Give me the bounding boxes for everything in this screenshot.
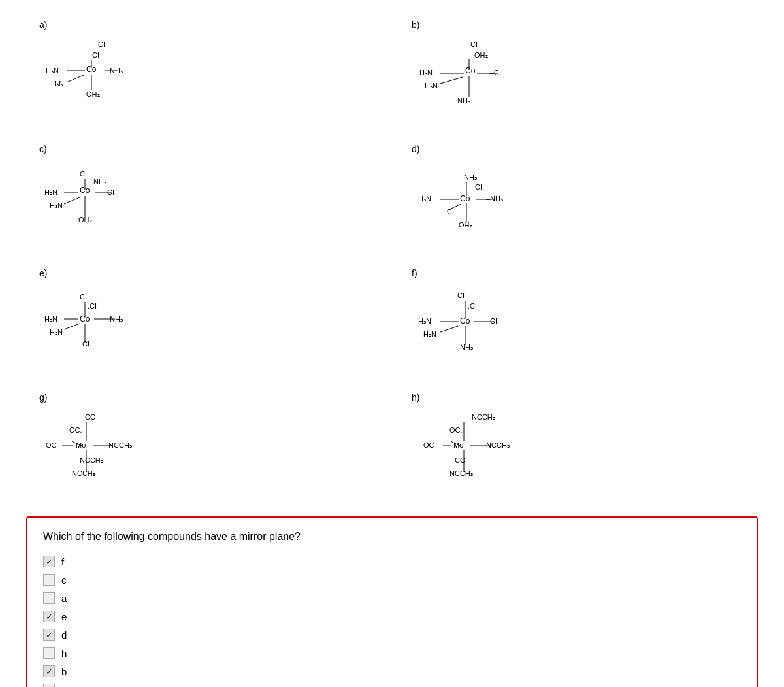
option-label-f: f xyxy=(61,556,64,567)
svg-text:H₃N: H₃N xyxy=(423,330,436,338)
svg-text:–CI: –CI xyxy=(486,317,497,325)
svg-text:OH₂: OH₂ xyxy=(474,51,488,59)
svg-line-35 xyxy=(64,197,80,204)
svg-text:–CI: –CI xyxy=(490,69,501,76)
compound-c: c) Co CI .NH₃ H₃N –CI H₃N OH₂ xyxy=(26,137,385,242)
compound-a-diagram: Co CI .CI H₃N NH₃ H₃N OH₂ xyxy=(39,33,144,105)
checkbox-e[interactable]: ✓ xyxy=(43,611,55,622)
svg-text:OC: OC xyxy=(423,441,434,449)
compound-g-label: g) xyxy=(39,392,47,403)
svg-text:OH₂: OH₂ xyxy=(86,90,100,98)
svg-text:H₃N: H₃N xyxy=(46,67,59,75)
checkbox-c[interactable] xyxy=(43,574,55,586)
svg-text:NCCH₃: NCCH₃ xyxy=(80,456,103,464)
compound-f: f) CI | .CI H₃N Co –CI H₃N NH₃ xyxy=(399,261,758,366)
option-item-c[interactable]: c xyxy=(43,574,741,586)
checkbox-d[interactable]: ✓ xyxy=(43,629,55,641)
option-item-h[interactable]: h xyxy=(43,647,741,659)
compound-d-diagram: NH₃ | .CI H₃N Co –NH₃ CI OH₂ xyxy=(412,157,529,235)
svg-text:–NH₃: –NH₃ xyxy=(486,195,503,203)
svg-text:| .CI: | .CI xyxy=(464,302,477,310)
compound-d: d) NH₃ | .CI H₃N Co –NH₃ CI OH₂ xyxy=(399,137,758,242)
option-label-d: d xyxy=(61,629,67,641)
svg-text:–CI: –CI xyxy=(103,188,114,196)
checkbox-b[interactable]: ✓ xyxy=(43,665,55,677)
svg-text:H₃N: H₃N xyxy=(51,80,64,88)
option-item-g[interactable]: g xyxy=(43,684,741,687)
svg-text:H₃N: H₃N xyxy=(50,328,63,336)
svg-line-71 xyxy=(440,326,460,332)
option-label-b: b xyxy=(61,666,67,677)
svg-line-11 xyxy=(67,75,84,82)
option-item-e[interactable]: ✓e xyxy=(43,611,741,622)
svg-text:CI: CI xyxy=(457,292,465,299)
compound-c-label: c) xyxy=(39,144,47,154)
option-label-h: h xyxy=(61,648,67,659)
compound-e: e) CI .CI H₃N Co –NH₃ H₃N CI xyxy=(26,261,385,366)
question-text: Which of the following compounds have a … xyxy=(43,531,741,543)
checkbox-h[interactable] xyxy=(43,647,55,659)
svg-line-47 xyxy=(447,204,461,210)
svg-text:.NH₃: .NH₃ xyxy=(91,178,106,186)
svg-text:OC.: OC. xyxy=(449,426,463,434)
svg-text:NCCH₃: NCCH₃ xyxy=(472,413,495,421)
option-item-f[interactable]: ✓f xyxy=(43,556,741,567)
svg-text:H₃N: H₃N xyxy=(50,201,63,209)
compound-f-label: f) xyxy=(412,268,417,278)
question-box: Which of the following compounds have a … xyxy=(26,516,758,687)
checkbox-g[interactable] xyxy=(43,684,55,687)
svg-text:OC: OC xyxy=(46,441,57,449)
svg-text:NH₃: NH₃ xyxy=(457,97,470,105)
svg-text:.CI: .CI xyxy=(90,51,99,59)
option-label-e: e xyxy=(61,611,67,622)
svg-text:NH₃: NH₃ xyxy=(464,173,477,181)
compound-a-label: a) xyxy=(39,20,47,30)
svg-text:OH₂: OH₂ xyxy=(459,221,472,229)
svg-line-59 xyxy=(64,324,80,329)
option-label-g: g xyxy=(61,684,67,688)
svg-text:NH₃: NH₃ xyxy=(460,343,473,351)
option-item-d[interactable]: ✓d xyxy=(43,629,741,641)
checkbox-f[interactable]: ✓ xyxy=(43,556,55,567)
svg-text:–NCCH₃: –NCCH₃ xyxy=(482,441,510,449)
svg-line-23 xyxy=(440,77,463,84)
svg-text:| .CI: | .CI xyxy=(469,183,482,191)
svg-text:CI: CI xyxy=(82,340,90,348)
compound-h-diagram: NCCH₃ OC. OC –Mo –NCCH₃ CO NCCH₃ xyxy=(412,405,542,490)
svg-text:CO: CO xyxy=(85,413,96,421)
compound-g-diagram: CO OC. OC –Mo –NCCH₃ NCCH₃ NCCH₃ xyxy=(39,405,170,490)
svg-text:–Mo: –Mo xyxy=(449,441,463,449)
svg-text:–NCCH₃: –NCCH₃ xyxy=(105,441,132,449)
compound-a: a) Co CI .CI H₃N NH₃ H₃N OH₂ xyxy=(26,13,385,118)
compound-e-label: e) xyxy=(39,268,47,278)
compound-g: g) CO OC. OC –Mo –NCCH₃ NCCH₃ NCCH₃ xyxy=(26,386,385,497)
compound-h-label: h) xyxy=(412,392,419,403)
svg-text:NCCH₃: NCCH₃ xyxy=(449,469,473,477)
compound-b: b) Co CI OH₂ H₃N –CI H₃N NH₃ xyxy=(399,13,758,118)
svg-text:H₃N: H₃N xyxy=(44,315,57,323)
svg-text:Co: Co xyxy=(460,194,470,203)
compound-b-label: b) xyxy=(412,20,419,30)
option-item-b[interactable]: ✓b xyxy=(43,665,741,677)
option-label-c: c xyxy=(61,575,67,586)
svg-text:NCCH₃: NCCH₃ xyxy=(72,469,95,477)
option-item-a[interactable]: a xyxy=(43,592,741,604)
svg-text:H₃N: H₃N xyxy=(418,317,431,325)
svg-text:H₃N: H₃N xyxy=(44,188,57,196)
compound-h: h) NCCH₃ OC. OC –Mo –NCCH₃ CO NCCH₃ xyxy=(399,386,758,497)
svg-text:H₃N: H₃N xyxy=(419,69,433,76)
compound-f-diagram: CI | .CI H₃N Co –CI H₃N NH₃ xyxy=(412,281,523,360)
svg-text:CI: CI xyxy=(470,41,478,48)
compound-b-diagram: Co CI OH₂ H₃N –CI H₃N NH₃ xyxy=(412,33,529,111)
options-list: ✓fca✓e✓dh✓bg xyxy=(43,556,741,687)
svg-text:Co: Co xyxy=(465,66,476,75)
compound-d-label: d) xyxy=(412,144,419,154)
compound-c-diagram: Co CI .NH₃ H₃N –CI H₃N OH₂ xyxy=(39,157,144,232)
checkbox-a[interactable] xyxy=(43,592,55,604)
svg-text:CI: CI xyxy=(98,41,105,48)
svg-text:CI: CI xyxy=(80,170,87,178)
svg-text:OC.: OC. xyxy=(69,426,82,434)
option-label-a: a xyxy=(61,593,67,604)
svg-text:H₃N: H₃N xyxy=(418,195,431,203)
compound-e-diagram: CI .CI H₃N Co –NH₃ H₃N CI xyxy=(39,281,144,356)
